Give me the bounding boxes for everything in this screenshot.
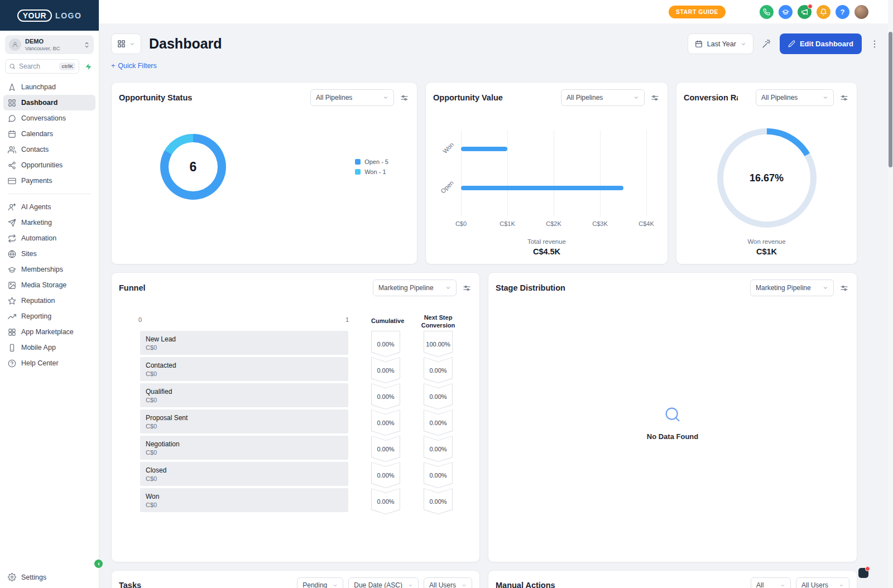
sidebar-item-dashboard[interactable]: Dashboard [3,95,95,110]
chevron-down-icon [839,583,844,588]
page-title: Dashboard [149,36,222,52]
support-widget-button[interactable] [858,568,868,578]
card-title: Opportunity Value [433,93,503,102]
announcements-megaphone-icon[interactable] [798,5,812,19]
tasks-users-select[interactable]: All Users [424,577,472,588]
sidebar-item-opportunities[interactable]: Opportunities [3,157,95,173]
scale-max: 1 [345,316,349,323]
cumulative-cell: 0.00% [371,383,400,409]
sidebar-item-help-center[interactable]: Help Center [3,355,95,371]
sidebar-item-mobile-app[interactable]: Mobile App [3,340,95,355]
pipeline-select[interactable]: All Pipelines [561,89,645,106]
pipeline-select[interactable]: All Pipelines [310,89,394,106]
column-header-cumulative: Cumulative [371,317,400,324]
sidebar-item-settings[interactable]: Settings [8,573,46,581]
chevron-down-icon [462,583,467,588]
total-revenue: Total revenue C$4.5K [426,238,668,256]
sidebar-item-memberships[interactable]: Memberships [3,262,95,277]
pipeline-select[interactable]: Marketing Pipeline [750,279,834,296]
repeat-icon [8,234,16,243]
rocket-icon [8,83,16,91]
sidebar-item-sites[interactable]: Sites [3,246,95,262]
academy-cap-icon[interactable] [779,5,793,19]
phone-icon[interactable] [760,5,774,19]
chevron-down-icon [129,41,135,47]
sidebar-item-launchpad[interactable]: Launchpad [3,79,95,95]
tasks-status-select[interactable]: Pending [297,577,343,588]
bar-category-label: Won [438,138,458,157]
chevron-down-icon [741,41,746,47]
tasks-sort-select[interactable]: Due Date (ASC) [348,577,419,588]
sidebar-item-media-storage[interactable]: Media Storage [3,277,95,293]
more-options-button[interactable]: ⋮ [868,40,881,49]
card-title: Stage Distribution [496,283,565,292]
sidebar-item-conversations[interactable]: Conversations [3,110,95,126]
empty-state: No Data Found [488,406,857,441]
funnel-row: Won C$0 0.00% 0.00% [112,488,479,514]
funnel-stage-bar: Proposal Sent C$0 [140,409,348,433]
search-icon [9,63,16,70]
quick-actions-bolt-icon[interactable] [83,61,94,72]
topbar: START GUIDE ? [99,0,893,23]
donut-center-value: 6 [190,160,197,175]
chevron-left-icon [97,562,101,566]
sidebar-item-calendars[interactable]: Calendars [3,126,95,142]
notifications-bell-icon[interactable] [817,5,830,19]
start-guide-button[interactable]: START GUIDE [669,6,726,18]
sidebar-collapse-button[interactable] [94,560,103,568]
chevron-down-icon [823,285,828,291]
edit-dashboard-button[interactable]: Edit Dashboard [780,33,862,54]
search-placeholder: Search [19,62,40,70]
chevron-down-icon [333,583,338,588]
funnel-row: Closed C$0 0.00% 0.00% [112,462,479,488]
sidebar-item-contacts[interactable]: Contacts [3,142,95,157]
chart-settings-icon[interactable] [462,283,472,293]
logo-secondary: LOGO [55,11,81,20]
account-switcher[interactable]: DEMO Vancouver, BC [5,35,94,54]
cumulative-cell: 0.00% [371,357,400,383]
value-bar [461,186,623,190]
search-shortcut-badge: ctrlK [59,62,75,70]
cumulative-cell: 0.00% [371,436,400,462]
help-question-icon[interactable]: ? [836,5,849,19]
sidebar-item-automation[interactable]: Automation [3,230,95,246]
pipeline-select[interactable]: All Pipelines [756,89,834,106]
cumulative-cell: 0.00% [371,409,400,436]
magic-wand-icon [762,39,771,49]
user-avatar[interactable] [854,5,868,19]
search-input[interactable]: Search ctrlK [5,59,79,74]
sidebar-item-app-marketplace[interactable]: App Marketplace [3,324,95,340]
chart-settings-icon[interactable] [839,93,849,103]
chevron-down-icon [780,583,785,588]
chart-settings-icon[interactable] [650,93,660,103]
funnel-header-row: 0 1 Cumulative Next Step Conversion [112,313,479,329]
help-circle-icon [8,359,16,368]
manual-actions-users-select[interactable]: All Users [796,577,849,588]
sidebar-item-reporting[interactable]: Reporting [3,309,95,324]
sidebar-item-marketing[interactable]: Marketing [3,215,95,230]
chart-settings-icon[interactable] [399,93,410,103]
dashboard-switcher-button[interactable] [111,33,141,54]
calendar-icon [695,40,703,48]
funnel-stage-bar: Qualified C$0 [140,383,348,407]
funnel-row: Contacted C$0 0.00% 0.00% [112,357,479,383]
sidebar-item-payments[interactable]: Payments [3,173,95,189]
notification-dot [865,566,870,571]
sidebar-item-ai-agents[interactable]: AI Agents [3,199,95,215]
value-bar [461,147,507,151]
page-scrollbar[interactable] [888,0,893,588]
account-location: Vancouver, BC [25,45,60,51]
magic-wand-button[interactable] [760,37,774,51]
chart-settings-icon[interactable] [839,283,849,293]
manual-actions-type-select[interactable]: All [751,577,791,588]
account-name: DEMO [25,38,60,45]
sidebar-item-reputation[interactable]: Reputation [3,293,95,309]
pipeline-select[interactable]: Marketing Pipeline [373,279,457,296]
date-range-button[interactable]: Last Year [688,33,753,54]
chevron-down-icon [633,95,639,100]
scrollbar-thumb[interactable] [889,32,892,167]
quick-filters-link[interactable]: + Quick Filters [111,62,157,70]
opportunity-value-chart: Won Open [461,130,646,216]
image-icon [8,281,16,290]
funnel-stage-bar: New Lead C$0 [140,331,348,355]
